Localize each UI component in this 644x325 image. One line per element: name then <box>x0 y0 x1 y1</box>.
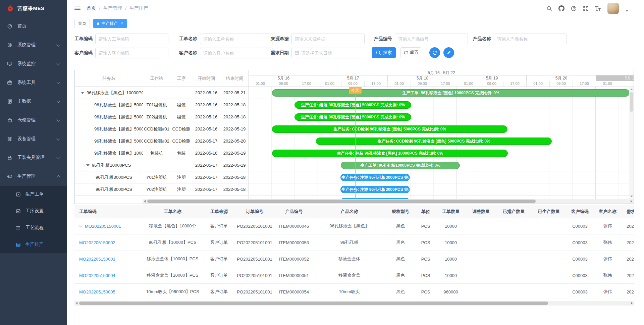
reset-button[interactable]: 重置 <box>400 47 421 58</box>
app-logo[interactable]: 苦糖果MES <box>0 0 67 17</box>
sidebar-item-master-data[interactable]: 主数据 <box>0 92 67 111</box>
filter-input-需求日期[interactable] <box>291 48 367 58</box>
cell-code: MO202205150002 <box>74 234 142 251</box>
sidebar-subitem-work-order[interactable]: 生产工单 <box>0 186 67 203</box>
table-row[interactable]: MO202205150001移液盒【黑色】10000个客户订单PO2022051… <box>74 218 634 234</box>
edit-schedule-button[interactable] <box>443 47 454 58</box>
sidebar-subitem-process-flow[interactable]: 工艺流程 <box>0 219 67 236</box>
column-header-spec: 规格型号 <box>385 205 416 218</box>
user-avatar[interactable] <box>607 3 619 14</box>
work-order-link[interactable]: MO202205150005 <box>79 289 115 294</box>
gantt-vertical-scrollbar[interactable] <box>629 87 634 199</box>
filter-input-4[interactable] <box>494 34 567 44</box>
help-icon[interactable] <box>571 6 577 11</box>
pencil-icon <box>446 50 451 55</box>
sidebar-subitem-process-setting[interactable]: 工序设置 <box>0 203 67 219</box>
breadcrumb-item[interactable]: 生产管理 <box>103 5 122 11</box>
gantt-bar[interactable]: 生产工单: 96孔移液盒 [黑色] 10000PCS 完成比例: 0% <box>272 89 630 97</box>
search-button[interactable]: 搜索 <box>372 47 396 58</box>
filter-input-客户编码[interactable] <box>95 48 168 58</box>
flow-icon <box>15 225 21 230</box>
table-hscroll-thumb[interactable] <box>79 302 548 305</box>
fullscreen-icon[interactable] <box>583 6 589 11</box>
row-expand-caret-icon[interactable] <box>78 223 82 227</box>
cell-customer_name: 张伟 <box>593 218 622 234</box>
scroll-left-icon[interactable] <box>76 302 77 305</box>
gantt-task-row[interactable]: 96孔移液盒【黑色】10000PC 2022-05-16 2022-05-21 <box>75 87 249 99</box>
sidebar-subitem-production-scheduling[interactable]: 生产排产 <box>0 236 67 253</box>
cell-produced <box>531 284 567 300</box>
work-order-link[interactable]: MO202205150002 <box>79 240 115 245</box>
tab-close-icon[interactable]: × <box>121 21 123 26</box>
work-order-link[interactable]: MO202205150003 <box>79 257 115 262</box>
sidebar-item-fixture-mgmt[interactable]: 工装夹具管理 <box>0 148 67 167</box>
gantt-bar[interactable]: 生产任务: CCD检测 96孔移液盒 [黑色] 5000PCS 完成比例: 0% <box>272 125 507 133</box>
sidebar-item-system-monitor[interactable]: 系统监控 <box>0 54 67 73</box>
tab-首页[interactable]: 首页 <box>74 19 90 28</box>
work-order-link[interactable]: MO202205150004 <box>79 273 115 278</box>
font-size-icon[interactable] <box>595 6 601 11</box>
breadcrumb-item[interactable]: 首页 <box>87 5 96 11</box>
gantt-hour-cell: 09:00 <box>272 81 295 87</box>
work-order-link[interactable]: MO202205150001 <box>85 224 121 229</box>
cell-product_name: 10mm吸头 <box>313 284 385 300</box>
cell-scheduled <box>496 251 531 267</box>
gantt-task-row[interactable]: 96孔移液盒【黑色】1000C 包装机 包装 2022-05-16 2022-0… <box>75 147 249 159</box>
column-header-demand_date: 需求日期 <box>622 205 634 218</box>
gantt-bar[interactable]: 生产任务: 注塑 96孔孔板3000PCS 完成比例: 0% <box>340 186 410 193</box>
gantt-bar[interactable]: 生产任务: 注塑 96孔孔板3000PCS 完成比例: 0% <box>340 174 410 181</box>
filter-input-0[interactable] <box>95 34 168 44</box>
table-row[interactable]: MO202205150004移液盒盒盖【10000】PCS客户订单PO20220… <box>74 267 634 284</box>
gantt-bar[interactable]: 生产任务: CCD检测 96孔移液盒 [黑色] 5000PCS 完成比例: 0% <box>316 138 552 145</box>
gantt-task-row[interactable]: 96孔孔板3000PCS Y02注塑机 注塑 2022-05-17 2022-0… <box>75 183 249 196</box>
task-name: 96孔孔板10000PCS <box>92 162 131 168</box>
cell-source: 客户订单 <box>204 234 234 251</box>
gantt-hscroll-thumb[interactable] <box>147 200 536 203</box>
gantt-task-row[interactable]: 96孔移液盒【黑色】5000P Z02组装机 组装 2022-05-16 202… <box>75 111 249 123</box>
gantt-bar[interactable]: 生产任务: 包装 96孔移液盒 [黑色] 10000PCS 完成比例: 0% <box>272 150 508 157</box>
user-caret-icon[interactable] <box>625 10 629 12</box>
table-row[interactable]: MO20220515000296孔孔板【10000】PCS客户订单PO20220… <box>74 234 634 251</box>
gantt-vscroll-thumb[interactable] <box>630 92 633 112</box>
refresh-gantt-button[interactable] <box>429 47 440 58</box>
gantt-bar[interactable]: 生产任务: 组装 96孔移液盒 [黑色] 5000PCS 完成比例: 0% <box>294 113 411 121</box>
tab-生产排产[interactable]: 生产排产× <box>93 19 127 28</box>
gantt-task-row[interactable]: 96孔移液盒【黑色】5000P CCD检测#02 CCD检测 2022-05-1… <box>75 135 249 147</box>
scroll-up-icon[interactable] <box>630 89 633 90</box>
filter-input-2[interactable] <box>291 34 365 44</box>
scroll-right-icon[interactable] <box>631 302 633 305</box>
scroll-right-icon[interactable] <box>631 200 632 203</box>
sidebar-collapse-icon[interactable] <box>74 6 80 11</box>
collapse-caret-icon[interactable] <box>86 164 90 166</box>
app-title: 苦糖果MES <box>17 5 45 12</box>
sidebar-item-production-mgmt[interactable]: 生产管理 <box>0 167 67 186</box>
sidebar-item-warehouse-mgmt[interactable]: 仓储管理 <box>0 111 67 129</box>
scroll-left-icon[interactable] <box>144 200 146 203</box>
gantt-horizontal-scrollbar[interactable] <box>143 199 634 204</box>
filter-input-1[interactable] <box>200 34 273 44</box>
table-horizontal-scrollbar[interactable] <box>74 301 634 306</box>
search-icon[interactable] <box>546 6 552 11</box>
scroll-down-icon[interactable] <box>630 196 633 197</box>
collapse-caret-icon[interactable] <box>81 92 84 94</box>
filter-input-3[interactable] <box>395 34 468 44</box>
table-row[interactable]: MO20220515000510mm吸头【960000】PCS客户订单PO202… <box>74 284 634 300</box>
gantt-task-row[interactable]: 96孔孔板3000PCS Y03注塑机 注塑 2022-05-17 2022-0… <box>75 196 249 199</box>
gantt-bar[interactable]: 生产工单: 96孔孔板10000PCS 完成比例: 0% <box>341 162 460 169</box>
filter-input-客户名称[interactable] <box>200 48 273 58</box>
github-icon[interactable] <box>558 5 565 11</box>
gantt-bar[interactable]: 生产任务: 组装 96孔移液盒 [黑色] 5000PCS 完成比例: 0% <box>294 101 411 109</box>
sidebar-item-system-mgmt[interactable]: 系统管理 <box>0 36 67 54</box>
gantt-task-row[interactable]: 96孔移液盒【黑色】5000P CCD检测#01 CCD检测 2022-05-1… <box>75 123 249 135</box>
sidebar-item-equipment-mgmt[interactable]: 设备管理 <box>0 129 67 148</box>
task-process: CCD检测 <box>170 138 192 144</box>
task-end: 2022-05-18 <box>220 175 249 180</box>
gantt-hour-cell: 09:00 <box>341 81 365 87</box>
table-row[interactable]: MO202205150003移液盒盒体【10000】PCS客户订单PO20220… <box>74 251 634 267</box>
sidebar-item-home[interactable]: 首页 <box>0 17 67 36</box>
gantt-task-row[interactable]: 96孔移液盒【黑色】5000P Z01组装机 组装 2022-05-16 202… <box>75 99 249 111</box>
sidebar-item-system-tools[interactable]: 系统工具 <box>0 73 67 92</box>
cell-unit: PCS <box>416 284 436 300</box>
gantt-task-row[interactable]: 96孔孔板3000PCS Y01注塑机 注塑 2022-05-17 2022-0… <box>75 171 249 183</box>
gantt-task-row[interactable]: 96孔孔板10000PCS 2022-05-17 2022-05-19 <box>75 159 249 171</box>
